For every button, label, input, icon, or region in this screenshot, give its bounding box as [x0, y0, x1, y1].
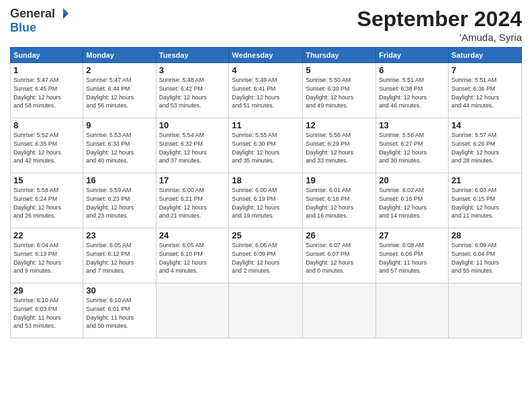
- empty-cell-2: [229, 283, 303, 338]
- day-1: 1 Sunrise: 5:47 AMSunset: 6:45 PMDayligh…: [11, 63, 83, 118]
- day-4: 4 Sunrise: 5:49 AMSunset: 6:41 PMDayligh…: [229, 63, 303, 118]
- week-row-2: 8 Sunrise: 5:52 AMSunset: 6:35 PMDayligh…: [11, 118, 522, 173]
- day-17: 17 Sunrise: 6:00 AMSunset: 6:21 PMDaylig…: [156, 173, 229, 228]
- day-10: 10 Sunrise: 5:54 AMSunset: 6:32 PMDaylig…: [156, 118, 229, 173]
- svg-marker-0: [63, 8, 69, 13]
- logo-blue-text: Blue: [10, 21, 70, 35]
- svg-marker-1: [63, 13, 69, 19]
- day-7: 7 Sunrise: 5:51 AMSunset: 6:36 PMDayligh…: [449, 63, 522, 118]
- header-friday: Friday: [376, 48, 449, 63]
- day-22: 22 Sunrise: 6:04 AMSunset: 6:13 PMDaylig…: [11, 228, 83, 283]
- week-row-5: 29 Sunrise: 6:10 AMSunset: 6:03 PMDaylig…: [11, 283, 522, 338]
- header-thursday: Thursday: [303, 48, 376, 63]
- day-16: 16 Sunrise: 5:59 AMSunset: 6:23 PMDaylig…: [83, 173, 156, 228]
- logo: General Blue: [10, 7, 70, 35]
- day-21: 21 Sunrise: 6:03 AMSunset: 6:15 PMDaylig…: [449, 173, 522, 228]
- day-20: 20 Sunrise: 6:02 AMSunset: 6:16 PMDaylig…: [376, 173, 449, 228]
- day-25: 25 Sunrise: 6:06 AMSunset: 6:09 PMDaylig…: [229, 228, 303, 283]
- day-19: 19 Sunrise: 6:01 AMSunset: 6:18 PMDaylig…: [303, 173, 376, 228]
- header-monday: Monday: [83, 48, 156, 63]
- header-sunday: Sunday: [11, 48, 83, 63]
- day-30: 30 Sunrise: 6:10 AMSunset: 6:01 PMDaylig…: [83, 283, 156, 338]
- day-6: 6 Sunrise: 5:51 AMSunset: 6:38 PMDayligh…: [376, 63, 449, 118]
- day-15: 15 Sunrise: 5:58 AMSunset: 6:24 PMDaylig…: [11, 173, 83, 228]
- day-2: 2 Sunrise: 5:47 AMSunset: 6:44 PMDayligh…: [83, 63, 156, 118]
- page-header: General Blue September 2024 'Amuda, Syri…: [10, 7, 522, 43]
- location-text: 'Amuda, Syria: [357, 32, 522, 43]
- header-wednesday: Wednesday: [229, 48, 303, 63]
- day-9: 9 Sunrise: 5:53 AMSunset: 6:33 PMDayligh…: [83, 118, 156, 173]
- empty-cell-1: [156, 283, 229, 338]
- day-8: 8 Sunrise: 5:52 AMSunset: 6:35 PMDayligh…: [11, 118, 83, 173]
- day-3: 3 Sunrise: 5:48 AMSunset: 6:42 PMDayligh…: [156, 63, 229, 118]
- week-row-3: 15 Sunrise: 5:58 AMSunset: 6:24 PMDaylig…: [11, 173, 522, 228]
- logo-general-text: General: [10, 7, 55, 21]
- week-row-4: 22 Sunrise: 6:04 AMSunset: 6:13 PMDaylig…: [11, 228, 522, 283]
- day-29: 29 Sunrise: 6:10 AMSunset: 6:03 PMDaylig…: [11, 283, 83, 338]
- weekday-header-row: Sunday Monday Tuesday Wednesday Thursday…: [11, 48, 522, 63]
- header-tuesday: Tuesday: [156, 48, 229, 63]
- header-saturday: Saturday: [449, 48, 522, 63]
- day-26: 26 Sunrise: 6:07 AMSunset: 6:07 PMDaylig…: [303, 228, 376, 283]
- day-27: 27 Sunrise: 6:08 AMSunset: 6:06 PMDaylig…: [376, 228, 449, 283]
- day-5: 5 Sunrise: 5:50 AMSunset: 6:39 PMDayligh…: [303, 63, 376, 118]
- empty-cell-5: [449, 283, 522, 338]
- day-14: 14 Sunrise: 5:57 AMSunset: 6:26 PMDaylig…: [449, 118, 522, 173]
- day-23: 23 Sunrise: 6:05 AMSunset: 6:12 PMDaylig…: [83, 228, 156, 283]
- week-row-1: 1 Sunrise: 5:47 AMSunset: 6:45 PMDayligh…: [11, 63, 522, 118]
- day-28: 28 Sunrise: 6:09 AMSunset: 6:04 PMDaylig…: [449, 228, 522, 283]
- day-12: 12 Sunrise: 5:56 AMSunset: 6:29 PMDaylig…: [303, 118, 376, 173]
- empty-cell-4: [376, 283, 449, 338]
- day-24: 24 Sunrise: 6:05 AMSunset: 6:10 PMDaylig…: [156, 228, 229, 283]
- logo-flag-icon: [56, 7, 70, 20]
- empty-cell-3: [303, 283, 376, 338]
- day-11: 11 Sunrise: 5:55 AMSunset: 6:30 PMDaylig…: [229, 118, 303, 173]
- title-block: September 2024 'Amuda, Syria: [357, 7, 522, 43]
- calendar-table: Sunday Monday Tuesday Wednesday Thursday…: [10, 47, 522, 338]
- calendar-page: General Blue September 2024 'Amuda, Syri…: [0, 0, 532, 411]
- month-title: September 2024: [357, 7, 522, 32]
- day-18: 18 Sunrise: 6:00 AMSunset: 6:19 PMDaylig…: [229, 173, 303, 228]
- day-13: 13 Sunrise: 5:56 AMSunset: 6:27 PMDaylig…: [376, 118, 449, 173]
